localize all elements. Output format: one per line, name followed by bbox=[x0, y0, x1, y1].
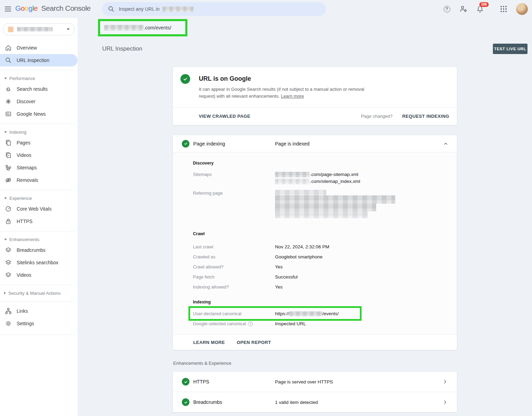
search-placeholder-text: Inspect any URL in bbox=[119, 6, 160, 12]
gear-icon bbox=[5, 320, 12, 327]
status-title: URL is on Google bbox=[199, 75, 374, 82]
header-actions: ? 106 bbox=[443, 0, 528, 18]
crawl-heading: Crawl bbox=[173, 231, 457, 236]
request-indexing-button[interactable]: REQUEST INDEXING bbox=[402, 114, 449, 119]
breadcrumbs-row[interactable]: Breadcrumbs 1 valid item detected bbox=[173, 392, 457, 412]
url-inspect-search-input[interactable]: Inspect any URL in bbox=[102, 2, 326, 16]
google-search-console-app: Google Search Console Inspect any URL in… bbox=[0, 0, 532, 416]
detail-value: Nov 22, 2024, 2:32:06 PM bbox=[275, 244, 329, 249]
detail-value: Successful bbox=[275, 274, 298, 280]
page-indexing-header[interactable]: Page indexing Page is indexed bbox=[173, 135, 457, 152]
sidebar-item-videos[interactable]: Videos bbox=[0, 149, 78, 161]
sidebar-item-sitemaps[interactable]: Sitemaps bbox=[0, 161, 78, 174]
user-settings-icon[interactable] bbox=[459, 5, 468, 13]
https-row[interactable]: HTTPS Page is served over HTTPS bbox=[173, 372, 457, 392]
sidebar-item-core-web-vitals[interactable]: Core Web Vitals bbox=[0, 203, 78, 215]
divider bbox=[0, 285, 74, 285]
sidebar-item-overview[interactable]: Overview bbox=[0, 42, 78, 54]
sidebar-item-label: Links bbox=[17, 308, 28, 314]
enhancement-label: HTTPS bbox=[193, 379, 209, 384]
inspected-url-chip-annotation: .com/events/ bbox=[98, 19, 187, 36]
page-indexing-card: Page indexing Page is indexed Discovery … bbox=[172, 135, 457, 350]
sidebar-item-label: Core Web Vitals bbox=[17, 206, 52, 212]
sidebar-item-label: Videos bbox=[17, 272, 32, 278]
sidebar-item-discover[interactable]: Discover bbox=[0, 95, 78, 108]
detail-value: Yes bbox=[275, 264, 283, 269]
sidebar-item-https[interactable]: HTTPS bbox=[0, 215, 78, 228]
inspected-url-suffix: .com/events/ bbox=[144, 25, 171, 30]
enhancements-experience-heading: Enhancements & Experience bbox=[173, 361, 457, 366]
divider bbox=[0, 335, 74, 335]
divider bbox=[0, 190, 74, 190]
discover-star-icon bbox=[5, 98, 12, 105]
sidebar-section-enhancements[interactable]: Enhancements bbox=[0, 235, 78, 244]
detail-row: Last crawl Nov 22, 2024, 2:32:06 PM bbox=[173, 242, 457, 252]
sidebar-section-indexing[interactable]: Indexing bbox=[0, 127, 78, 136]
detail-row: Crawl allowed? Yes bbox=[173, 262, 457, 272]
chevron-down-icon bbox=[4, 131, 7, 133]
chevron-up-icon[interactable] bbox=[442, 140, 450, 148]
notifications-bell-icon[interactable]: 106 bbox=[476, 5, 484, 13]
detail-label: Crawl allowed? bbox=[193, 264, 275, 269]
chevron-down-icon bbox=[4, 78, 7, 79]
learn-more-link[interactable]: Learn more bbox=[281, 94, 304, 99]
search-icon bbox=[108, 6, 115, 12]
sidebar-item-videos-enhancement[interactable]: Videos bbox=[0, 269, 78, 281]
sidebar-item-breadcrumbs[interactable]: Breadcrumbs bbox=[0, 244, 78, 256]
detail-row: Page fetch Successful bbox=[173, 272, 457, 282]
sitemap-value: .com/page-sitemap.xml bbox=[275, 171, 360, 178]
sidebar-item-links[interactable]: Links bbox=[0, 305, 78, 317]
canonical-prefix: https:// bbox=[275, 311, 289, 316]
sidebar-section-security-manual-actions[interactable]: Security & Manual Actions bbox=[0, 289, 78, 298]
sidebar-section-performance[interactable]: Performance bbox=[0, 74, 78, 83]
sidebar-item-sitelinks-searchbox[interactable]: Sitelinks searchbox bbox=[0, 256, 78, 269]
logo-letter: e bbox=[34, 4, 38, 12]
test-live-url-button[interactable]: TEST LIVE URL bbox=[493, 44, 527, 54]
property-selector[interactable] bbox=[3, 23, 75, 35]
chevron-down-icon bbox=[67, 28, 70, 30]
indexing-heading: Indexing bbox=[173, 300, 457, 304]
google-canonical-label: Google-selected canonical bbox=[193, 321, 246, 326]
chevron-right-icon bbox=[441, 378, 449, 386]
page-title: URL Inspection bbox=[102, 45, 142, 52]
sidebar-section-experience[interactable]: Experience bbox=[0, 194, 78, 203]
sidebar-item-label: HTTPS bbox=[17, 219, 33, 224]
links-tree-icon bbox=[5, 308, 12, 315]
success-check-icon bbox=[182, 140, 189, 148]
sidebar-item-pages[interactable]: Pages bbox=[0, 136, 78, 149]
url-status-card: URL is on Google It can appear in Google… bbox=[172, 67, 457, 125]
help-icon[interactable]: ? bbox=[248, 321, 253, 326]
detail-value: Googlebot smartphone bbox=[275, 254, 322, 259]
detail-value: Inspected URL bbox=[275, 321, 306, 326]
detail-row: Crawled as Googlebot smartphone bbox=[173, 252, 457, 262]
sitemaps-label: Sitemaps bbox=[193, 171, 275, 177]
sidebar-item-label: Overview bbox=[17, 45, 37, 51]
redacted-domain bbox=[275, 172, 310, 177]
sidebar-item-settings[interactable]: Settings bbox=[0, 317, 78, 330]
enhancement-label: Breadcrumbs bbox=[193, 399, 222, 405]
sidebar-item-google-news[interactable]: Google News bbox=[0, 108, 78, 120]
sidebar-item-url-inspection[interactable]: URL inspection bbox=[0, 54, 78, 67]
home-icon bbox=[5, 44, 12, 51]
redacted-inspected-domain bbox=[104, 25, 144, 30]
learn-more-button[interactable]: LEARN MORE bbox=[193, 340, 225, 345]
view-crawled-page-button[interactable]: VIEW CRAWLED PAGE bbox=[199, 114, 250, 119]
help-icon[interactable]: ? bbox=[443, 5, 451, 13]
detail-label: Last crawl bbox=[193, 244, 275, 249]
google-g-icon: G bbox=[5, 86, 12, 92]
chevron-down-icon bbox=[4, 239, 7, 240]
sidebar-item-label: Pages bbox=[17, 140, 30, 145]
open-report-button[interactable]: OPEN REPORT bbox=[237, 340, 271, 345]
sidebar-item-removals[interactable]: Removals bbox=[0, 174, 78, 186]
layers-icon bbox=[5, 247, 12, 254]
menu-icon[interactable] bbox=[3, 6, 12, 12]
sidebar-item-label: URL inspection bbox=[17, 57, 49, 63]
sidebar-item-label: Discover bbox=[17, 99, 35, 104]
search-icon bbox=[5, 57, 12, 64]
top-app-bar: Google Search Console Inspect any URL in… bbox=[0, 0, 532, 18]
google-apps-grid-icon[interactable] bbox=[499, 5, 508, 13]
sidebar-item-search-results[interactable]: G Search results bbox=[0, 83, 78, 95]
avatar[interactable] bbox=[516, 3, 528, 15]
section-label: Performance bbox=[9, 76, 35, 81]
sitemap-value: .com/sitemap_index.xml bbox=[275, 178, 360, 185]
